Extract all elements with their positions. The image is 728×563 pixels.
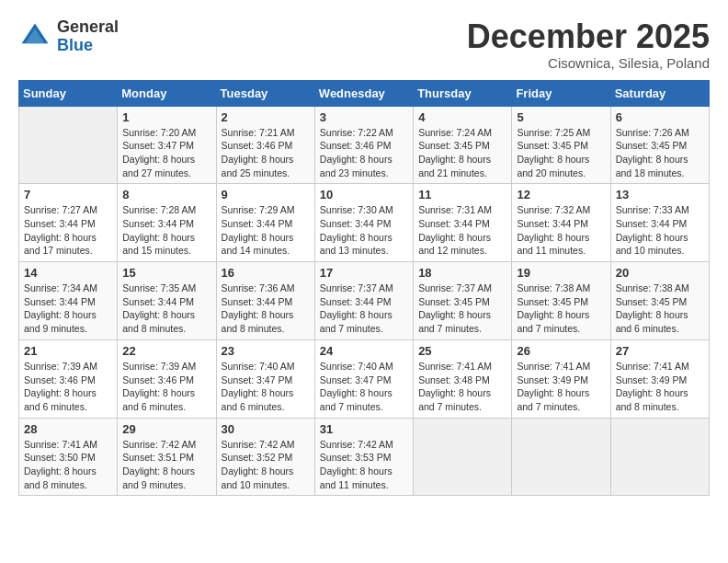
header-day-sunday: Sunday [19, 80, 118, 106]
header-day-thursday: Thursday [414, 80, 512, 106]
calendar-cell [610, 418, 709, 496]
day-number: 26 [517, 344, 605, 358]
day-number: 21 [24, 344, 112, 358]
calendar-cell: 16Sunrise: 7:36 AMSunset: 3:44 PMDayligh… [216, 262, 314, 340]
calendar-cell: 7Sunrise: 7:27 AMSunset: 3:44 PMDaylight… [19, 184, 118, 262]
calendar-cell: 15Sunrise: 7:35 AMSunset: 3:44 PMDayligh… [118, 262, 216, 340]
day-info: Sunrise: 7:41 AMSunset: 3:49 PMDaylight:… [517, 360, 605, 414]
calendar-cell: 23Sunrise: 7:40 AMSunset: 3:47 PMDayligh… [216, 339, 314, 418]
day-number: 4 [418, 110, 506, 124]
calendar-cell: 1Sunrise: 7:20 AMSunset: 3:47 PMDaylight… [118, 106, 216, 184]
day-info: Sunrise: 7:40 AMSunset: 3:47 PMDaylight:… [222, 360, 310, 414]
calendar-cell: 17Sunrise: 7:37 AMSunset: 3:44 PMDayligh… [314, 262, 413, 340]
day-info: Sunrise: 7:42 AMSunset: 3:53 PMDaylight:… [320, 438, 408, 492]
day-number: 6 [616, 110, 704, 124]
calendar-cell: 29Sunrise: 7:42 AMSunset: 3:51 PMDayligh… [118, 418, 216, 496]
calendar-cell: 26Sunrise: 7:41 AMSunset: 3:49 PMDayligh… [512, 339, 610, 418]
day-info: Sunrise: 7:40 AMSunset: 3:47 PMDaylight:… [320, 360, 408, 414]
day-number: 22 [122, 344, 210, 358]
calendar-cell [19, 106, 118, 184]
week-row-2: 7Sunrise: 7:27 AMSunset: 3:44 PMDaylight… [19, 184, 710, 262]
calendar-cell: 13Sunrise: 7:33 AMSunset: 3:44 PMDayligh… [610, 184, 709, 262]
page-header: General Blue December 2025 Cisownica, Si… [18, 18, 710, 71]
calendar-cell: 24Sunrise: 7:40 AMSunset: 3:47 PMDayligh… [314, 339, 413, 418]
calendar-cell: 6Sunrise: 7:26 AMSunset: 3:45 PMDaylight… [610, 106, 709, 184]
location: Cisownica, Silesia, Poland [467, 55, 710, 71]
day-info: Sunrise: 7:41 AMSunset: 3:49 PMDaylight:… [616, 360, 704, 414]
calendar-cell: 19Sunrise: 7:38 AMSunset: 3:45 PMDayligh… [512, 262, 610, 340]
day-info: Sunrise: 7:29 AMSunset: 3:44 PMDaylight:… [222, 203, 310, 258]
header-day-wednesday: Wednesday [314, 80, 413, 106]
day-info: Sunrise: 7:28 AMSunset: 3:44 PMDaylight:… [122, 203, 210, 258]
week-row-3: 14Sunrise: 7:34 AMSunset: 3:44 PMDayligh… [19, 262, 710, 340]
day-info: Sunrise: 7:37 AMSunset: 3:44 PMDaylight:… [320, 282, 408, 336]
day-info: Sunrise: 7:41 AMSunset: 3:48 PMDaylight:… [418, 360, 506, 414]
week-row-1: 1Sunrise: 7:20 AMSunset: 3:47 PMDaylight… [19, 106, 710, 184]
month-title: December 2025 [467, 18, 710, 55]
day-info: Sunrise: 7:35 AMSunset: 3:44 PMDaylight:… [122, 282, 210, 336]
calendar-cell: 30Sunrise: 7:42 AMSunset: 3:52 PMDayligh… [216, 418, 314, 496]
week-row-4: 21Sunrise: 7:39 AMSunset: 3:46 PMDayligh… [19, 339, 710, 418]
calendar-cell: 31Sunrise: 7:42 AMSunset: 3:53 PMDayligh… [314, 418, 413, 496]
day-info: Sunrise: 7:42 AMSunset: 3:52 PMDaylight:… [222, 438, 310, 492]
calendar-cell [512, 418, 610, 496]
day-number: 16 [222, 266, 310, 280]
header-day-tuesday: Tuesday [216, 80, 314, 106]
day-number: 12 [517, 188, 605, 201]
day-info: Sunrise: 7:22 AMSunset: 3:46 PMDaylight:… [320, 126, 408, 180]
day-number: 13 [616, 188, 704, 201]
logo: General Blue [18, 18, 119, 55]
day-info: Sunrise: 7:24 AMSunset: 3:45 PMDaylight:… [418, 126, 506, 180]
calendar-cell: 28Sunrise: 7:41 AMSunset: 3:50 PMDayligh… [19, 418, 118, 496]
calendar-cell: 5Sunrise: 7:25 AMSunset: 3:45 PMDaylight… [512, 106, 610, 184]
day-info: Sunrise: 7:41 AMSunset: 3:50 PMDaylight:… [24, 438, 112, 492]
calendar-cell [414, 418, 512, 496]
day-info: Sunrise: 7:36 AMSunset: 3:44 PMDaylight:… [222, 282, 310, 336]
day-number: 17 [320, 266, 408, 280]
day-number: 11 [418, 188, 506, 201]
day-number: 23 [222, 344, 310, 358]
calendar-cell: 14Sunrise: 7:34 AMSunset: 3:44 PMDayligh… [19, 262, 118, 340]
header-row: SundayMondayTuesdayWednesdayThursdayFrid… [19, 80, 710, 106]
day-number: 8 [122, 188, 210, 201]
day-number: 25 [418, 344, 506, 358]
day-info: Sunrise: 7:37 AMSunset: 3:45 PMDaylight:… [418, 282, 506, 336]
day-number: 14 [24, 266, 112, 280]
day-info: Sunrise: 7:34 AMSunset: 3:44 PMDaylight:… [24, 282, 112, 336]
day-info: Sunrise: 7:25 AMSunset: 3:45 PMDaylight:… [517, 126, 605, 180]
day-number: 28 [24, 422, 112, 436]
day-number: 10 [320, 188, 408, 201]
calendar-cell: 12Sunrise: 7:32 AMSunset: 3:44 PMDayligh… [512, 184, 610, 262]
day-info: Sunrise: 7:21 AMSunset: 3:46 PMDaylight:… [222, 126, 310, 180]
day-number: 19 [517, 266, 605, 280]
day-info: Sunrise: 7:30 AMSunset: 3:44 PMDaylight:… [320, 203, 408, 258]
day-info: Sunrise: 7:26 AMSunset: 3:45 PMDaylight:… [616, 126, 704, 180]
header-day-monday: Monday [118, 80, 216, 106]
day-number: 20 [616, 266, 704, 280]
day-info: Sunrise: 7:27 AMSunset: 3:44 PMDaylight:… [24, 203, 112, 258]
day-number: 5 [517, 110, 605, 124]
day-info: Sunrise: 7:20 AMSunset: 3:47 PMDaylight:… [122, 126, 210, 180]
week-row-5: 28Sunrise: 7:41 AMSunset: 3:50 PMDayligh… [19, 418, 710, 496]
header-day-friday: Friday [512, 80, 610, 106]
day-number: 27 [616, 344, 704, 358]
calendar-cell: 25Sunrise: 7:41 AMSunset: 3:48 PMDayligh… [414, 339, 512, 418]
logo-blue: Blue [57, 36, 93, 54]
logo-icon [18, 20, 51, 53]
calendar-cell: 18Sunrise: 7:37 AMSunset: 3:45 PMDayligh… [414, 262, 512, 340]
day-info: Sunrise: 7:33 AMSunset: 3:44 PMDaylight:… [616, 203, 704, 258]
day-number: 29 [122, 422, 210, 436]
logo-general: General [57, 17, 119, 36]
day-number: 15 [122, 266, 210, 280]
calendar-cell: 20Sunrise: 7:38 AMSunset: 3:45 PMDayligh… [610, 262, 709, 340]
day-number: 30 [222, 422, 310, 436]
calendar-cell: 21Sunrise: 7:39 AMSunset: 3:46 PMDayligh… [19, 339, 118, 418]
calendar-cell: 27Sunrise: 7:41 AMSunset: 3:49 PMDayligh… [610, 339, 709, 418]
calendar-cell: 22Sunrise: 7:39 AMSunset: 3:46 PMDayligh… [118, 339, 216, 418]
calendar-table: SundayMondayTuesdayWednesdayThursdayFrid… [18, 80, 710, 497]
header-day-saturday: Saturday [610, 80, 709, 106]
calendar-cell: 8Sunrise: 7:28 AMSunset: 3:44 PMDaylight… [118, 184, 216, 262]
day-info: Sunrise: 7:38 AMSunset: 3:45 PMDaylight:… [517, 282, 605, 336]
calendar-cell: 11Sunrise: 7:31 AMSunset: 3:44 PMDayligh… [414, 184, 512, 262]
calendar-cell: 3Sunrise: 7:22 AMSunset: 3:46 PMDaylight… [314, 106, 413, 184]
